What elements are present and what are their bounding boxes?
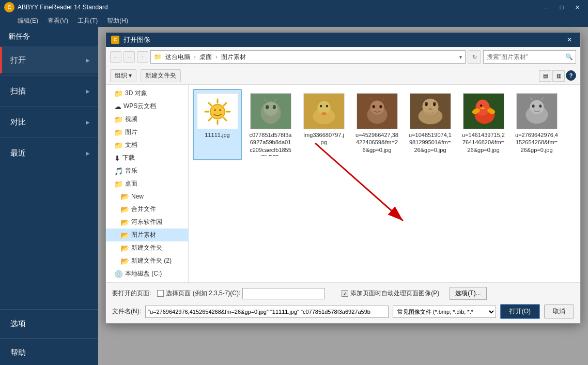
sidebar-item-help[interactable]: 帮助	[0, 341, 98, 365]
menu-view[interactable]: 查看(V)	[43, 16, 72, 26]
file-item-kitten[interactable]: u=2769642976,4152654268&fm=26&gp=0.jpg	[512, 89, 561, 160]
view-btn-2[interactable]: ▥	[552, 70, 565, 82]
organize-button[interactable]: 组织 ▾	[110, 69, 136, 82]
sidebar-item-recent-label: 最近	[10, 148, 26, 158]
svg-point-14	[266, 105, 269, 109]
sidebar: 新任务 打开 ▶ 扫描 ▶ 对比 ▶ 最近 ▶ 选项 帮助	[0, 27, 98, 365]
title-bar: C ABBYY FineReader 14 Standard — □ ✕	[0, 0, 588, 14]
new-folder-button[interactable]: 新建文件夹	[141, 69, 181, 82]
menu-help[interactable]: 帮助(H)	[103, 16, 132, 26]
file-item-11111[interactable]: 11111.jpg	[193, 89, 242, 160]
path-dropdown-icon[interactable]: ▾	[459, 54, 462, 60]
minimize-button[interactable]: —	[539, 3, 553, 12]
sidebar-item-recent[interactable]: 最近 ▶	[0, 140, 98, 166]
filetype-select[interactable]: 常见图像文件 (*.bmp; *.dib; *.*	[393, 306, 496, 318]
tree-item-newfolder2[interactable]: 📂 新建文件夹 (2)	[106, 254, 188, 267]
menu-file[interactable]	[4, 20, 12, 22]
help-button[interactable]: ?	[566, 70, 576, 81]
logo-text: C	[7, 5, 11, 10]
svg-line-6	[224, 118, 226, 120]
sidebar-spacer	[0, 166, 98, 307]
restore-button[interactable]: □	[555, 3, 568, 12]
search-input[interactable]	[483, 50, 576, 64]
dialog-overlay: C 打开图像 ✕ ← → ↑ 📁 这台电脑 › 桌面 › 图片素材	[98, 27, 588, 365]
tree-item-music[interactable]: 🎵 音乐	[106, 164, 188, 177]
sidebar-item-scan-arrow: ▶	[86, 88, 90, 94]
tree-item-docs[interactable]: 📁 文档	[106, 139, 188, 151]
menu-tools[interactable]: 工具(T)	[73, 16, 102, 26]
page-select-area: 选择页面 (例如 2,3,5-7)(C):	[157, 288, 325, 299]
file-item-bird[interactable]: u=1461439715,2764146820&fm=26&gp=0.jpg	[459, 89, 508, 160]
refresh-button[interactable]: ↻	[468, 50, 481, 64]
sidebar-item-scan[interactable]: 扫描 ▶	[0, 78, 98, 104]
folder-icon-hedong: 📂	[120, 218, 129, 226]
path-folder[interactable]: 图片素材	[220, 52, 247, 62]
dialog-close-button[interactable]: ✕	[564, 36, 575, 44]
sidebar-item-options-label: 选项	[10, 319, 26, 329]
tree-label-picmaterial: 图片素材	[131, 231, 184, 239]
dialog-title-bar: C 打开图像 ✕	[106, 33, 580, 47]
tree-item-picmaterial[interactable]: 📂 图片素材	[106, 229, 188, 241]
file-thumb-11111	[197, 93, 238, 129]
forward-button[interactable]: →	[123, 51, 135, 63]
cancel-button[interactable]: 取消	[544, 305, 574, 318]
folder-icon-newfolder: 📂	[120, 244, 129, 252]
view-btn-1[interactable]: ▤	[539, 70, 551, 82]
menu-edit[interactable]: 编辑(E)	[13, 16, 42, 26]
file-item-squirrel[interactable]: u=452966427,3842240659&fm=26&gp=0.jpg	[352, 89, 401, 160]
close-window-button[interactable]: ✕	[570, 3, 584, 12]
tree-label-music: 音乐	[125, 166, 184, 175]
filename-label: 文件名(N):	[112, 307, 141, 316]
folder-icon-pictures: 📁	[114, 128, 123, 136]
auto-process-checkbox[interactable]: ✓	[342, 290, 348, 297]
file-item-duck[interactable]: Img336680797.jpg	[299, 89, 348, 160]
tree-item-video[interactable]: 📁 视频	[106, 113, 188, 126]
tree-item-merge[interactable]: 📂 合并文件	[106, 203, 188, 216]
svg-point-33	[433, 104, 435, 106]
folder-icon-drive-c: 💿	[114, 270, 123, 278]
divider-2	[0, 107, 98, 107]
tree-item-pictures[interactable]: 📁 图片	[106, 126, 188, 139]
tree-label-drive-c: 本地磁盘 (C:)	[125, 269, 184, 278]
file-name-11111: 11111.jpg	[205, 131, 229, 139]
open-button[interactable]: 打开(O)	[500, 304, 540, 319]
svg-point-9	[214, 109, 216, 111]
sidebar-item-open[interactable]: 打开 ▶	[0, 47, 98, 73]
tree-item-hedong[interactable]: 📂 河东软件园	[106, 216, 188, 229]
window-controls: — □ ✕	[539, 3, 584, 12]
page-range-input[interactable]	[242, 288, 325, 299]
tree-label-desktop: 桌面	[125, 179, 184, 188]
tree-label-hedong: 河东软件园	[131, 218, 184, 226]
sidebar-item-compare[interactable]: 对比 ▶	[0, 109, 98, 135]
folder-icon-wps: ☁	[114, 102, 121, 111]
svg-point-44	[532, 104, 534, 108]
tree-label-wps: WPS云文档	[123, 102, 184, 111]
path-desktop[interactable]: 桌面	[198, 52, 213, 62]
sidebar-item-options[interactable]: 选项	[0, 312, 98, 336]
new-task-label: 新任务	[0, 27, 98, 47]
tree-item-3d[interactable]: 📁 3D 对象	[106, 87, 188, 100]
dialog-title: 打开图像	[123, 35, 564, 44]
filename-input[interactable]	[145, 306, 389, 318]
up-button[interactable]: ↑	[137, 51, 148, 63]
file-item-cat[interactable]: c077851d578f3a6927a59b8da01c209caecfb185…	[246, 89, 295, 160]
file-item-cheetah[interactable]: u=1048519074,1981299501&fm=26&gp=0.jpg	[406, 89, 455, 160]
tree-item-downloads[interactable]: ⬇ 下载	[106, 151, 188, 164]
file-name-bird: u=1461439715,2764146820&fm=26&gp=0.jpg	[462, 131, 505, 154]
svg-point-19	[321, 112, 327, 115]
tree-label-video: 视频	[125, 115, 184, 124]
options-button[interactable]: 选项(T)...	[450, 287, 486, 300]
tree-item-newfolder[interactable]: 📂 新建文件夹	[106, 241, 188, 254]
page-select-checkbox[interactable]	[157, 290, 164, 297]
path-computer[interactable]: 这台电脑	[164, 52, 192, 62]
back-button[interactable]: ←	[110, 51, 121, 63]
sidebar-item-help-label: 帮助	[10, 348, 26, 358]
sidebar-item-compare-label: 对比	[10, 117, 26, 127]
tree-item-wps[interactable]: ☁ WPS云文档	[106, 100, 188, 113]
svg-point-24	[370, 101, 384, 115]
svg-point-25	[372, 105, 375, 108]
tree-item-drive-c[interactable]: 💿 本地磁盘 (C:)	[106, 267, 188, 280]
tree-item-new[interactable]: 📂 New	[106, 190, 188, 203]
tree-item-desktop[interactable]: 📁 桌面	[106, 177, 188, 190]
file-thumb-cat	[250, 93, 291, 129]
